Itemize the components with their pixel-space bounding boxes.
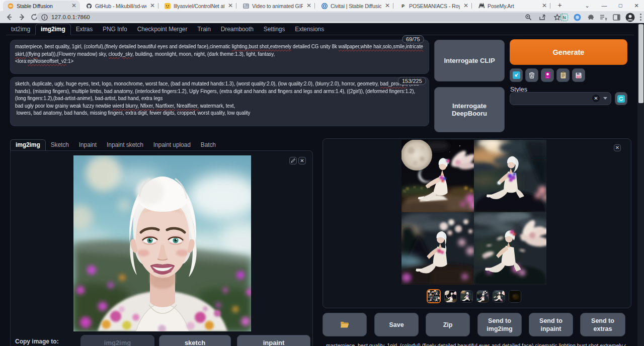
negative-prompt-textarea[interactable]: sketch, duplicate, ugly, huge eyes, text…: [10, 77, 429, 126]
paste-arrow-button[interactable]: [510, 68, 523, 82]
forward-icon[interactable]: [17, 12, 27, 22]
mode-tab-inpaint[interactable]: Inpaint: [74, 140, 102, 150]
send-to-extras-button[interactable]: Send to extras: [580, 313, 625, 336]
browser-tab-gif-converter[interactable]: Video to animated GIF converter ✕: [238, 1, 315, 11]
civitai-favicon: [321, 3, 328, 10]
url-text[interactable]: 127.0.0.1:7860: [51, 14, 90, 20]
tab-png-info[interactable]: PNG Info: [98, 24, 132, 35]
tab-title: Stable Diffusion: [17, 3, 68, 9]
mode-tab-inpaint-sketch[interactable]: Inpaint sketch: [102, 140, 148, 150]
browser-tab-posemaniacs[interactable]: P POSEMANIACS - Royalty free 3 ✕: [395, 1, 472, 11]
tab-close-icon[interactable]: ✕: [462, 3, 469, 10]
browser-tab-controlnet[interactable]: Illyasviel/ControlNet at main ✕: [160, 1, 236, 11]
tab-close-icon[interactable]: ✕: [305, 3, 312, 10]
apply-style-button[interactable]: [556, 68, 570, 82]
gallery-thumbnail[interactable]: [444, 290, 457, 303]
gallery-thumbnail[interactable]: [460, 290, 473, 303]
gallery-thumbnails: [427, 290, 521, 303]
window-close-button[interactable]: ✕: [629, 0, 644, 11]
page-info-icon[interactable]: [41, 14, 48, 21]
negative-prompt-token-counter: 153/225: [398, 77, 426, 85]
tab-extras[interactable]: Extras: [71, 24, 98, 35]
mode-tab-inpaint-upload[interactable]: Inpaint upload: [148, 140, 196, 150]
refresh-styles-button[interactable]: [615, 92, 627, 105]
tab-close-icon[interactable]: ✕: [541, 3, 548, 10]
open-folder-button[interactable]: [323, 313, 367, 336]
tab-img2img[interactable]: img2img: [35, 24, 71, 35]
tab-close-icon[interactable]: ✕: [149, 3, 156, 10]
trash-button[interactable]: [525, 68, 538, 82]
tab-close-icon[interactable]: ✕: [227, 3, 234, 10]
menu-dots-icon[interactable]: [639, 13, 642, 21]
browser-tab-stable-diffusion[interactable]: Stable Diffusion ✕: [3, 1, 80, 11]
copy-to-sketch-button[interactable]: sketch: [159, 335, 231, 346]
browser-tabstrip: Stable Diffusion ✕ GitHub - Mikubill/sd-…: [0, 0, 644, 11]
address-bar[interactable]: 127.0.0.1:7860: [37, 13, 564, 22]
profile-avatar[interactable]: [625, 13, 635, 22]
scrollbar-thumb[interactable]: [638, 24, 643, 103]
copy-to-img2img-button[interactable]: img2img: [80, 335, 154, 346]
tab-close-icon[interactable]: ✕: [70, 3, 77, 10]
github-favicon: [86, 3, 93, 10]
input-image[interactable]: [73, 155, 251, 331]
chevron-down-icon[interactable]: [603, 97, 607, 100]
send-to-inpaint-button[interactable]: Send to inpaint: [529, 313, 573, 336]
gallery-preview[interactable]: [401, 140, 546, 285]
zip-button[interactable]: Zip: [426, 313, 470, 336]
ezgif-favicon: [243, 3, 250, 10]
side-panel-icon[interactable]: [612, 13, 621, 22]
extensions-puzzle-icon[interactable]: [586, 13, 595, 22]
tab-settings[interactable]: Settings: [259, 24, 290, 35]
tab-dreambooth[interactable]: Dreambooth: [216, 24, 259, 35]
send-to-img2img-button[interactable]: Send to img2img: [477, 313, 522, 336]
interrogate-clip-button[interactable]: Interrogate CLIP: [434, 40, 505, 81]
tab-checkpoint-merger[interactable]: Checkpoint Merger: [132, 24, 193, 35]
save-style-button[interactable]: [572, 68, 585, 82]
tab-extensions[interactable]: Extensions: [290, 24, 329, 35]
edit-image-button[interactable]: [289, 157, 297, 164]
tab-title: Civitai | Stable Diffusion model: [331, 3, 381, 9]
clear-styles-icon[interactable]: ✕: [592, 95, 600, 102]
gallery-thumbnail[interactable]: [493, 290, 505, 303]
page-scrollbar[interactable]: [637, 24, 644, 346]
gallery-thumbnail-selected[interactable]: [427, 289, 441, 303]
browser-tab-civitai[interactable]: Civitai | Stable Diffusion model ✕: [317, 1, 393, 11]
new-tab-button[interactable]: +: [555, 2, 564, 10]
generate-button[interactable]: Generate: [510, 39, 627, 65]
browser-tab-posemyart[interactable]: PoseMy.Art ✕: [474, 1, 550, 11]
zoom-icon[interactable]: [525, 14, 532, 21]
gallery-thumbnail[interactable]: [509, 290, 521, 303]
back-icon[interactable]: [4, 12, 14, 22]
gallery-image-1[interactable]: [401, 140, 474, 212]
share-icon[interactable]: [539, 14, 546, 21]
window-chevron-icon[interactable]: ⌄: [580, 0, 595, 11]
blue-dot-extension-icon[interactable]: [573, 13, 582, 22]
img2img-mode-tabs: img2img Sketch Inpaint Inpaint sketch In…: [10, 139, 221, 150]
svg-text:N: N: [562, 15, 566, 20]
tab-close-icon[interactable]: ✕: [384, 3, 391, 10]
extra-networks-button[interactable]: [541, 68, 554, 82]
window-minimize-button[interactable]: —: [597, 0, 612, 11]
copy-to-inpaint-button[interactable]: inpaint: [237, 335, 310, 346]
gallery-thumbnail[interactable]: [476, 290, 489, 303]
mode-tab-img2img[interactable]: img2img: [10, 139, 46, 151]
clear-image-button[interactable]: ✕: [298, 157, 306, 164]
gallery-image-2[interactable]: [474, 140, 546, 212]
tab-txt2img[interactable]: txt2img: [6, 24, 35, 35]
mode-tab-sketch[interactable]: Sketch: [46, 140, 74, 150]
n-extension-icon[interactable]: N: [560, 13, 569, 22]
huggingface-favicon: [164, 3, 171, 10]
prompt-textarea[interactable]: masterpiece, best quality, 1girl, (color…: [10, 40, 429, 74]
close-gallery-button[interactable]: ✕: [614, 144, 621, 151]
interrogate-deepbooru-button[interactable]: Interrogate DeepBooru: [434, 87, 505, 132]
gallery-image-3[interactable]: [401, 212, 474, 285]
tab-title: Illyasviel/ControlNet at main: [174, 3, 224, 9]
styles-dropdown[interactable]: ✕: [510, 92, 611, 105]
tab-train[interactable]: Train: [192, 24, 215, 35]
save-button[interactable]: Save: [374, 313, 419, 336]
browser-tab-github[interactable]: GitHub - Mikubill/sd-webui-con ✕: [82, 1, 158, 11]
gallery-image-4[interactable]: [474, 212, 546, 285]
window-restore-button[interactable]: ▢: [613, 0, 628, 11]
reading-list-icon[interactable]: [599, 13, 608, 22]
mode-tab-batch[interactable]: Batch: [196, 140, 221, 150]
